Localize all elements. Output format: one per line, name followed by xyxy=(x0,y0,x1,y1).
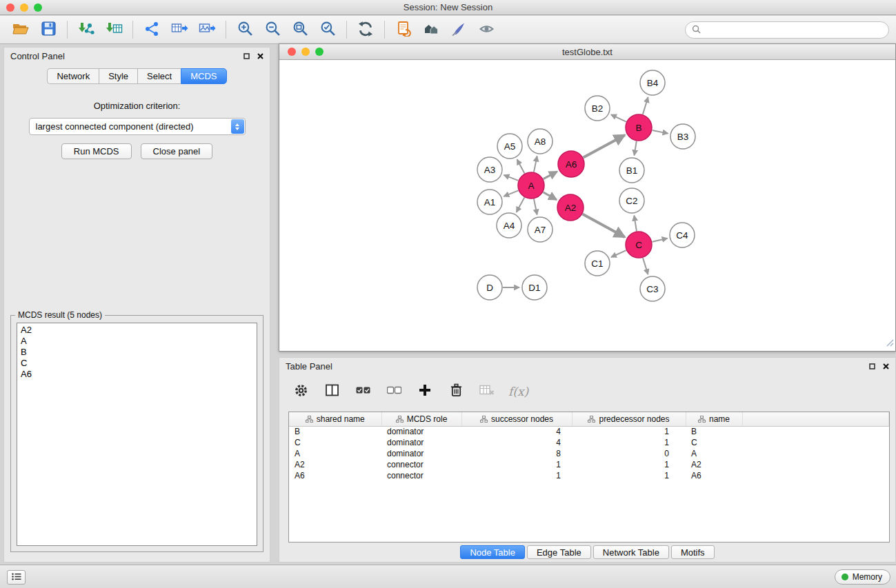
tab-network-table[interactable]: Network Table xyxy=(593,545,669,559)
graph-node-A3[interactable]: A3 xyxy=(477,157,502,182)
table-cell[interactable]: connector xyxy=(381,459,461,470)
graph-edge-B-B1[interactable] xyxy=(635,141,637,156)
select-all-columns-button[interactable] xyxy=(353,382,372,401)
memory-button[interactable]: Memory xyxy=(835,569,890,585)
graph-edge-A-A5[interactable] xyxy=(517,159,525,173)
run-mcds-button[interactable]: Run MCDS xyxy=(61,143,132,159)
close-panel-icon[interactable] xyxy=(257,51,263,61)
mcds-result-item[interactable]: A6 xyxy=(21,369,253,380)
network-window-titlebar[interactable]: testGlobe.txt xyxy=(279,44,895,60)
tab-mcds[interactable]: MCDS xyxy=(181,68,226,84)
tab-network[interactable]: Network xyxy=(47,68,99,84)
table-cell[interactable]: 1 xyxy=(572,470,686,481)
graph-node-A8[interactable]: A8 xyxy=(528,129,552,154)
graph-node-D[interactable]: D xyxy=(477,275,502,300)
import-network-button[interactable] xyxy=(72,18,100,41)
graph-edge-A-A2[interactable] xyxy=(543,192,557,200)
graph-node-B[interactable]: B xyxy=(626,114,652,141)
close-panel-button[interactable]: Close panel xyxy=(141,143,213,159)
graph-node-B1[interactable]: B1 xyxy=(619,158,644,183)
search-input[interactable] xyxy=(705,25,882,35)
column-header-predecessor-nodes[interactable]: predecessor nodes xyxy=(572,412,686,426)
table-cell[interactable]: 8 xyxy=(461,448,572,459)
table-row[interactable]: A6connector11A6 xyxy=(289,470,889,481)
node-table[interactable]: shared nameMCDS rolesuccessor nodesprede… xyxy=(288,412,890,543)
graph-edge-A-A1[interactable] xyxy=(504,190,518,196)
export-image-button[interactable] xyxy=(193,18,221,41)
graph-node-A1[interactable]: A1 xyxy=(477,190,502,214)
graph-edge-B-B2[interactable] xyxy=(611,114,626,121)
mcds-result-item[interactable]: A xyxy=(21,336,253,347)
mcds-result-item[interactable]: B xyxy=(21,347,253,358)
table-row[interactable]: Adominator80A xyxy=(289,448,889,459)
column-header-mcds-role[interactable]: MCDS role xyxy=(381,412,461,426)
graph-node-C[interactable]: C xyxy=(626,232,652,258)
import-table-button[interactable] xyxy=(100,18,128,41)
graph-edge-A2-C[interactable] xyxy=(583,214,625,237)
tab-node-table[interactable]: Node Table xyxy=(460,545,525,559)
graph-node-A5[interactable]: A5 xyxy=(497,134,522,159)
table-cell[interactable]: 4 xyxy=(461,426,572,437)
network-canvas[interactable]: B4B2BB3A5A8A6B1A3AC2A1A2A4A7C4CC1C3DD1 xyxy=(279,60,895,351)
graph-node-C4[interactable]: C4 xyxy=(670,223,695,247)
table-cell[interactable]: 1 xyxy=(572,459,686,470)
table-cell[interactable]: 0 xyxy=(572,448,686,459)
table-cell[interactable]: dominator xyxy=(381,437,461,448)
global-search[interactable] xyxy=(685,21,889,39)
graph-node-C2[interactable]: C2 xyxy=(619,188,644,213)
open-session-button[interactable] xyxy=(7,18,34,41)
graph-node-C3[interactable]: C3 xyxy=(640,276,665,301)
graph-edge-B-B3[interactable] xyxy=(653,130,668,134)
table-cell[interactable]: 4 xyxy=(461,437,572,448)
table-cell[interactable]: 1 xyxy=(461,459,572,470)
table-cell[interactable]: A6 xyxy=(289,470,381,481)
table-cell[interactable]: A2 xyxy=(289,459,381,470)
table-cell[interactable]: A6 xyxy=(686,470,742,481)
table-row[interactable]: Bdominator41B xyxy=(289,426,889,437)
float-panel-icon[interactable] xyxy=(869,361,875,372)
refresh-layout-button[interactable] xyxy=(352,18,379,41)
float-panel-icon[interactable] xyxy=(243,51,250,61)
graph-edge-A-A3[interactable] xyxy=(504,175,519,181)
unselect-all-columns-button[interactable] xyxy=(384,382,404,401)
tab-edge-table[interactable]: Edge Table xyxy=(527,545,591,559)
table-cell[interactable]: A xyxy=(686,448,742,459)
graph-edge-A-A6[interactable] xyxy=(544,172,557,179)
graph-edge-A-A4[interactable] xyxy=(517,198,525,212)
function-builder-label[interactable]: f(x) xyxy=(508,385,528,398)
mcds-result-item[interactable]: C xyxy=(21,358,253,369)
task-history-button[interactable] xyxy=(7,570,26,585)
table-cell[interactable]: B xyxy=(686,426,742,437)
zoom-in-button[interactable] xyxy=(231,18,259,41)
table-row[interactable]: A2connector11A2 xyxy=(289,459,889,470)
graph-node-A4[interactable]: A4 xyxy=(497,213,521,238)
table-row[interactable]: Cdominator41C xyxy=(289,437,889,448)
graph-edge-C-C3[interactable] xyxy=(643,258,648,274)
tab-motifs[interactable]: Motifs xyxy=(671,545,715,559)
graph-node-B3[interactable]: B3 xyxy=(670,124,695,149)
graph-edge-A-A7[interactable] xyxy=(534,199,537,215)
zoom-out-button[interactable] xyxy=(259,18,286,41)
graph-node-D1[interactable]: D1 xyxy=(522,275,547,300)
graph-node-A2[interactable]: A2 xyxy=(557,194,584,221)
table-cell[interactable]: C xyxy=(686,437,742,448)
save-session-button[interactable] xyxy=(34,18,62,41)
zoom-selected-button[interactable] xyxy=(314,18,341,41)
table-cell[interactable]: 1 xyxy=(572,437,686,448)
delete-table-button[interactable] xyxy=(477,382,497,401)
table-cell[interactable]: dominator xyxy=(381,448,461,459)
graph-node-B4[interactable]: B4 xyxy=(640,70,665,95)
table-cell[interactable]: C xyxy=(289,437,381,448)
table-cell[interactable]: A2 xyxy=(686,459,742,470)
graph-edge-C-C4[interactable] xyxy=(653,239,668,242)
zoom-fit-button[interactable] xyxy=(286,18,314,41)
graph-node-A6[interactable]: A6 xyxy=(558,151,584,177)
export-table-button[interactable] xyxy=(166,18,193,41)
graph-edge-C-C2[interactable] xyxy=(634,216,637,232)
column-header-shared-name[interactable]: shared name xyxy=(289,412,381,426)
graph-edge-A6-B[interactable] xyxy=(584,135,625,158)
open-recent-file-button[interactable] xyxy=(390,18,417,41)
close-panel-icon[interactable] xyxy=(883,361,889,372)
graph-edge-A-A8[interactable] xyxy=(534,156,537,172)
table-cell[interactable]: B xyxy=(289,426,381,437)
